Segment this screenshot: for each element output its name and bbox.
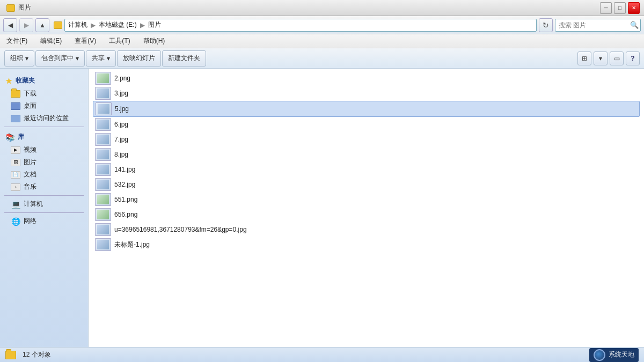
sidebar-item-downloads[interactable]: 下载 xyxy=(0,87,88,100)
sidebar-recent-label: 最近访问的位置 xyxy=(24,114,69,123)
favorites-title: 收藏夹 xyxy=(16,76,35,85)
file-name: 141.jpg xyxy=(114,166,135,173)
organize-button[interactable]: 组织 ▾ xyxy=(4,50,34,67)
search-input[interactable] xyxy=(555,19,641,32)
title-bar: 图片 ─ □ ✕ xyxy=(0,0,644,16)
include-library-button[interactable]: 包含到库中 ▾ xyxy=(35,50,85,67)
sidebar-music-label: 音乐 xyxy=(24,182,36,191)
share-label: 共享 xyxy=(92,54,105,63)
refresh-button[interactable]: ↻ xyxy=(539,18,553,32)
close-button[interactable]: ✕ xyxy=(628,2,640,14)
preview-pane-button[interactable]: ▭ xyxy=(610,51,624,65)
file-item[interactable]: 551.png xyxy=(93,192,640,207)
file-list: 2.png3.jpg5.jpg6.jpg7.jpg8.jpg141.jpg532… xyxy=(89,69,644,347)
main-area: ★ 收藏夹 下载 桌面 最近访问的位置 📚 库 xyxy=(0,69,644,347)
file-item[interactable]: 未标题-1.jpg xyxy=(93,237,640,252)
include-library-label: 包含到库中 xyxy=(41,54,74,63)
status-text: 12 个对象 xyxy=(23,350,51,359)
file-item[interactable]: 532.jpg xyxy=(93,177,640,192)
branding-text: 系统天地 xyxy=(609,350,634,359)
library-section: 📚 库 xyxy=(0,129,88,144)
sidebar: ★ 收藏夹 下载 桌面 最近访问的位置 📚 库 xyxy=(0,69,89,347)
file-thumbnail xyxy=(95,178,111,191)
help-button[interactable]: ? xyxy=(626,51,640,65)
sidebar-divider-2 xyxy=(4,195,84,196)
menu-file[interactable]: 文件(F) xyxy=(4,35,30,47)
maximize-button[interactable]: □ xyxy=(614,2,626,14)
forward-button[interactable]: ▶ xyxy=(19,18,33,32)
toolbar: 组织 ▾ 包含到库中 ▾ 共享 ▾ 放映幻灯片 新建文件夹 ⊞ ▾ ▭ ? xyxy=(0,48,644,69)
file-thumbnail xyxy=(95,193,111,206)
share-dropdown-icon: ▾ xyxy=(107,55,110,62)
file-name: 3.jpg xyxy=(114,90,128,97)
window-controls: ─ □ ✕ xyxy=(600,2,640,14)
search-icon[interactable]: 🔍 xyxy=(630,21,639,29)
search-container: 🔍 xyxy=(555,19,641,32)
sidebar-pictures-label: 图片 xyxy=(24,158,36,167)
file-item[interactable]: 141.jpg xyxy=(93,162,640,177)
menu-help[interactable]: 帮助(H) xyxy=(141,35,167,47)
new-folder-label: 新建文件夹 xyxy=(168,54,200,63)
music-icon: ♪ xyxy=(11,183,20,191)
file-item[interactable]: 2.png xyxy=(93,71,640,86)
file-item[interactable]: u=3696516981,3671280793&fm=26&gp=0.jpg xyxy=(93,222,640,237)
sidebar-documents-label: 文档 xyxy=(24,170,36,179)
menu-view[interactable]: 查看(V) xyxy=(72,35,98,47)
status-folder-icon xyxy=(5,351,16,359)
up-button[interactable]: ▲ xyxy=(35,18,49,32)
sidebar-item-computer[interactable]: 💻 计算机 xyxy=(0,198,88,210)
menu-bar: 文件(F) 编辑(E) 查看(V) 工具(T) 帮助(H) xyxy=(0,34,644,48)
view-toggle-button[interactable]: ⊞ xyxy=(577,51,591,65)
star-icon: ★ xyxy=(5,77,12,85)
file-item[interactable]: 5.jpg xyxy=(93,101,640,117)
computer-icon: 💻 xyxy=(11,200,20,209)
sidebar-downloads-label: 下载 xyxy=(24,89,36,98)
file-thumbnail xyxy=(96,102,112,115)
downloads-folder-icon xyxy=(11,90,20,98)
sidebar-item-videos[interactable]: ▶ 视频 xyxy=(0,144,88,156)
sidebar-network-label: 网络 xyxy=(24,217,36,226)
menu-edit[interactable]: 编辑(E) xyxy=(38,35,64,47)
share-button[interactable]: 共享 ▾ xyxy=(86,50,116,67)
path-part-drive: 本地磁盘 (E:) xyxy=(99,20,137,29)
file-thumbnail xyxy=(95,238,111,251)
file-item[interactable]: 6.jpg xyxy=(93,117,640,132)
slideshow-label: 放映幻灯片 xyxy=(123,54,155,63)
favorites-section: ★ 收藏夹 xyxy=(0,73,88,87)
documents-icon: 📄 xyxy=(11,171,20,179)
sidebar-item-desktop[interactable]: 桌面 xyxy=(0,100,88,112)
path-separator-1: ▶ xyxy=(91,21,96,29)
status-bar: 12 个对象 系统天地 xyxy=(0,347,644,362)
sidebar-item-documents[interactable]: 📄 文档 xyxy=(0,168,88,181)
slideshow-button[interactable]: 放映幻灯片 xyxy=(117,50,161,67)
sidebar-desktop-label: 桌面 xyxy=(24,101,36,110)
window-folder-icon xyxy=(6,4,15,12)
menu-tools[interactable]: 工具(T) xyxy=(107,35,132,47)
file-name: 551.png xyxy=(114,196,137,203)
view-dropdown-button[interactable]: ▾ xyxy=(594,51,608,65)
sidebar-item-network[interactable]: 🌐 网络 xyxy=(0,215,88,227)
minimize-button[interactable]: ─ xyxy=(600,2,612,14)
sidebar-item-recent[interactable]: 最近访问的位置 xyxy=(0,112,88,124)
new-folder-button[interactable]: 新建文件夹 xyxy=(162,50,206,67)
window-title: 图片 xyxy=(18,3,31,12)
file-item[interactable]: 7.jpg xyxy=(93,132,640,147)
back-button[interactable]: ◀ xyxy=(3,18,17,32)
network-icon: 🌐 xyxy=(11,217,20,226)
sidebar-item-pictures[interactable]: 🖼 图片 xyxy=(0,156,88,168)
desktop-folder-icon xyxy=(11,102,20,110)
path-separator-2: ▶ xyxy=(140,21,145,29)
file-item[interactable]: 8.jpg xyxy=(93,147,640,162)
sidebar-divider-1 xyxy=(4,127,84,127)
library-icon: 📚 xyxy=(5,133,14,142)
address-path[interactable]: 计算机 ▶ 本地磁盘 (E:) ▶ 图片 xyxy=(64,19,537,32)
organize-dropdown-icon: ▾ xyxy=(25,55,28,62)
file-item[interactable]: 3.jpg xyxy=(93,86,640,101)
file-name: 656.png xyxy=(114,211,137,218)
sidebar-item-music[interactable]: ♪ 音乐 xyxy=(0,181,88,193)
file-item[interactable]: 656.png xyxy=(93,207,640,222)
file-thumbnail xyxy=(95,87,111,100)
path-part-computer: 计算机 xyxy=(68,20,87,29)
file-thumbnail xyxy=(95,133,111,146)
include-library-dropdown-icon: ▾ xyxy=(76,55,79,62)
